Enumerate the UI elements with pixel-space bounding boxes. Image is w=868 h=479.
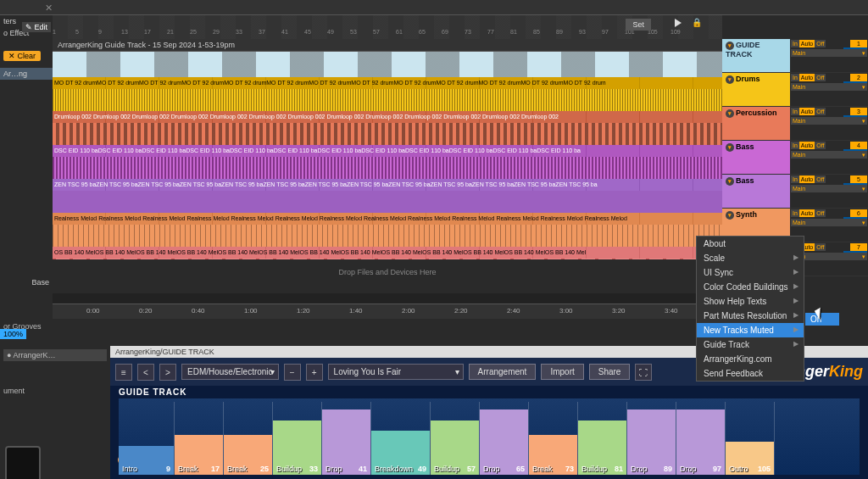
share-button[interactable]: Share (589, 364, 631, 380)
top-bar: ✕ (0, 0, 868, 15)
section-break[interactable]: Break17 (175, 402, 224, 475)
track-header-bass1[interactable]: ▾Bass (722, 141, 790, 175)
device-browser: ● ArrangerK… ument none none (0, 346, 110, 479)
menu-item[interactable]: New Tracks Muted▶ (697, 323, 804, 337)
track-bass1[interactable]: DSC EID 110 baDSC EID 110 baDSC EID 110 … (53, 145, 722, 179)
track-header-bass2[interactable]: ▾Bass (722, 175, 790, 209)
guide-track-label: GUIDE TRACK (119, 387, 860, 397)
base-label: Base (31, 278, 49, 287)
section-intro[interactable]: Intro9 (119, 402, 175, 475)
track-guide[interactable] (53, 52, 722, 77)
track-perc[interactable]: Drumloop 002 Drumloop 002 Drumloop 002 D… (53, 111, 722, 145)
menu-item[interactable]: ArrangerKing.com (697, 352, 804, 366)
track-header-perc[interactable]: ▾Percussion (722, 107, 790, 141)
mix-row[interactable]: InAutoOff2Main-14.6 (790, 73, 868, 107)
arrangement-view[interactable]: ArrangerKing Guide Track - 15 Sep 2024 1… (53, 39, 722, 319)
menu-icon[interactable]: ≡ (115, 364, 132, 381)
lock-icon[interactable]: 🔒 (692, 18, 702, 27)
menu-item[interactable]: Show Help Texts▶ (697, 294, 804, 309)
set-button[interactable]: Set (626, 19, 651, 31)
sections-timeline[interactable]: 🎨 Intro9Break17Break25Buildup33Drop41Bre… (119, 398, 860, 475)
menu-item[interactable]: Scale▶ (697, 251, 804, 265)
zoom-percent[interactable]: 100% (0, 329, 26, 339)
arrangement-button[interactable]: Arrangement (469, 364, 537, 380)
menu-item[interactable]: UI Sync▶ (697, 265, 804, 280)
drop-zone[interactable]: Drop Files and Devices Here (53, 259, 722, 293)
menu-item[interactable]: Part Mutes Resolution▶ (697, 309, 804, 323)
timeline-ruler[interactable]: 1591317212529333741454953576165697377818… (53, 15, 722, 39)
prev-icon[interactable]: < (137, 364, 154, 381)
edit-button[interactable]: ✎ Edit (22, 22, 51, 32)
device-tab[interactable]: ● ArrangerK… (3, 349, 107, 361)
mix-row[interactable]: InAutoOff5Main-26.6 (790, 175, 868, 209)
menu-item[interactable]: About (697, 237, 804, 251)
expand-icon[interactable]: ⛶ (635, 364, 652, 381)
browser-item[interactable]: Ar…ng (0, 68, 53, 80)
context-menu: AboutScale▶UI Sync▶Color Coded Buildings… (696, 236, 804, 382)
section-drop[interactable]: Drop65 (480, 402, 529, 475)
session-title: ArrangerKing Guide Track - 15 Sep 2024 1… (53, 39, 722, 52)
section-break[interactable]: Break25 (224, 402, 273, 475)
mix-row[interactable]: InAutoOff3Main-26.4 (790, 107, 868, 141)
import-button[interactable]: Import (541, 364, 583, 380)
mix-row[interactable]: InAutoOff1Main0 (790, 39, 868, 73)
next-icon[interactable]: > (159, 364, 176, 381)
minus-icon[interactable]: − (284, 364, 301, 381)
menu-item[interactable]: Guide Track▶ (697, 337, 804, 352)
section-drop[interactable]: Drop97 (676, 402, 726, 475)
menu-item[interactable]: Color Coded Buildings▶ (697, 280, 804, 294)
genre-dropdown[interactable]: EDM/House/Electronic (181, 364, 279, 380)
mix-row[interactable]: InAutoOff4Main-19.7 (790, 141, 868, 175)
section-drop[interactable]: Drop89 (627, 402, 676, 475)
plus-icon[interactable]: + (306, 364, 323, 381)
track-bass2[interactable]: ZEN TSC 95 baZEN TSC 95 baZEN TSC 95 baZ… (53, 179, 722, 213)
cursor-icon (816, 308, 830, 321)
song-dropdown[interactable]: Loving You Is Fair (328, 364, 464, 380)
device-preview[interactable] (5, 446, 41, 479)
track-header-guide[interactable]: ▾GUIDE TRACK (722, 39, 790, 73)
ument-label: ument (3, 387, 107, 395)
section-buildup[interactable]: Buildup33 (273, 402, 322, 475)
time-ruler[interactable]: 0:000:200:401:001:201:402:002:202:403:00… (53, 304, 722, 319)
close-icon[interactable]: ✕ (45, 3, 53, 14)
clear-button[interactable]: ✕ Clear (3, 51, 41, 61)
play-icon[interactable] (675, 19, 682, 27)
menu-item[interactable]: Send Feedback (697, 366, 804, 381)
section-buildup[interactable]: Buildup81 (578, 402, 627, 475)
track-drums[interactable]: MO DT 92 drumMO DT 92 drumMO DT 92 drumM… (53, 77, 722, 111)
section-breakdown[interactable]: Breakdown49 (371, 402, 431, 475)
track-synth[interactable]: Realness Melod Realness Melod Realness M… (53, 213, 722, 247)
browser-sidebar: ters ✎ Edit o Effect ✕ Clear Ar…ng Base … (0, 15, 53, 346)
section-drop[interactable]: Drop41 (322, 402, 371, 475)
section-break[interactable]: Break73 (529, 402, 578, 475)
section-buildup[interactable]: Buildup57 (431, 402, 480, 475)
section-outro[interactable]: Outro105 (726, 402, 775, 475)
track-header-drums[interactable]: ▾Drums (722, 73, 790, 107)
